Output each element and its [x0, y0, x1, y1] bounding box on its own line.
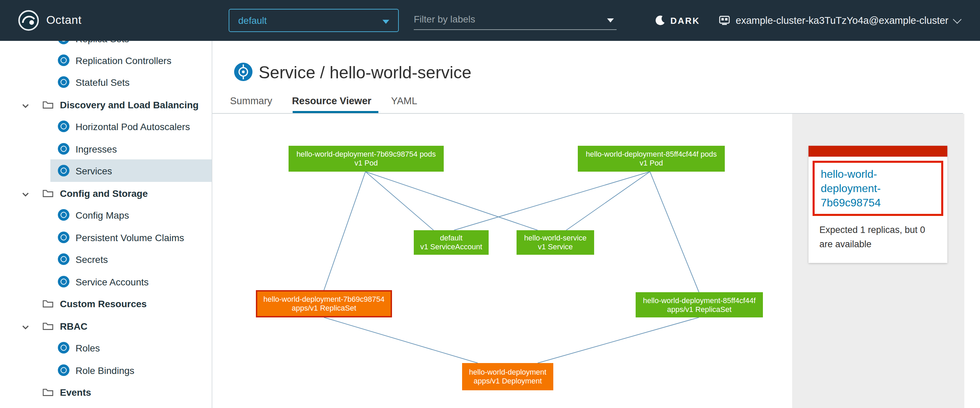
- folder-icon: [42, 188, 54, 198]
- graph-node-service-hello-world[interactable]: hello-world-service v1 Service: [517, 230, 594, 255]
- sidebar-section-discovery-and-load-balancing[interactable]: Discovery and Load Balancing: [0, 95, 212, 115]
- graph-edge: [366, 172, 434, 230]
- sidebar-section-events[interactable]: Events: [0, 382, 212, 402]
- replication-controllers-icon: [58, 54, 69, 66]
- sidebar-item-secrets[interactable]: Secrets: [0, 249, 212, 269]
- chevron-down-icon: [953, 14, 961, 23]
- sidebar-nav: Replica Sets Replication Controllers Sta…: [0, 41, 212, 408]
- namespace-value: default: [238, 15, 267, 26]
- sidebar-item-persistent-volume-claims[interactable]: Persistent Volume Claims: [0, 228, 212, 247]
- label-filter-input[interactable]: [414, 10, 598, 29]
- sidebar-item-roles[interactable]: Roles: [0, 338, 212, 358]
- sidebar-section-custom-resources[interactable]: Custom Resources: [0, 293, 212, 313]
- card-status-bar: [808, 146, 947, 157]
- theme-toggle-label: DARK: [670, 15, 700, 26]
- label-filter: [414, 10, 617, 30]
- sidebar-section-config-and-storage[interactable]: Config and Storage: [0, 183, 212, 203]
- chevron-down-icon: [382, 20, 389, 24]
- service-accounts-icon: [58, 276, 69, 287]
- graph-node-deployment-hello-world[interactable]: hello-world-deployment apps/v1 Deploymen…: [462, 363, 553, 390]
- graph-edge: [324, 317, 478, 363]
- persistent-volume-claims-icon: [58, 231, 69, 243]
- sidebar-item-service-accounts[interactable]: Service Accounts: [0, 272, 212, 292]
- resource-summary-panel: hello-world-deployment-7b69c98754 Expect…: [792, 114, 964, 408]
- cluster-icon: [719, 15, 730, 26]
- chevron-down-icon[interactable]: [21, 99, 30, 111]
- app-title: Octant: [46, 14, 82, 27]
- cluster-selector[interactable]: example-cluster-ka3TuTzYo4a@example-clus…: [719, 12, 960, 29]
- main-content: Service / hello-world-service Summary Re…: [212, 41, 980, 408]
- sidebar-item-replication-controllers[interactable]: Replication Controllers: [0, 50, 212, 70]
- sidebar-item-horizontal-pod-autoscalers[interactable]: Horizontal Pod Autoscalers: [0, 116, 212, 136]
- replica-status-message: Expected 1 replicas, but 0 are available: [819, 223, 937, 251]
- graph-node-replicaset-7b69c98754[interactable]: hello-world-deployment-7b69c98754 apps/v…: [256, 290, 392, 317]
- sidebar-item-config-maps[interactable]: Config Maps: [0, 205, 212, 225]
- graph-edge: [650, 172, 699, 292]
- graph-edge: [366, 172, 538, 230]
- chevron-down-icon: [607, 18, 614, 22]
- folder-icon: [42, 321, 54, 331]
- graph-node-pod-85ff4cf44f[interactable]: hello-world-deployment-85ff4cf44f pods v…: [578, 146, 725, 172]
- app-header: Octant default DARK example-cluster-ka3T…: [0, 0, 980, 41]
- graph-node-serviceaccount-default[interactable]: default v1 ServiceAccount: [414, 230, 488, 255]
- stateful-sets-icon: [58, 76, 69, 88]
- selected-resource-card: hello-world-deployment-7b69c98754 Expect…: [808, 146, 947, 263]
- selected-resource-box: hello-world-deployment-7b69c98754: [813, 161, 943, 216]
- role-bindings-icon: [58, 364, 69, 376]
- theme-toggle-button[interactable]: DARK: [655, 14, 700, 27]
- ingresses-icon: [58, 143, 69, 155]
- sidebar-section-rbac[interactable]: RBAC: [0, 316, 212, 336]
- sidebar-item-ingresses[interactable]: Ingresses: [0, 139, 212, 159]
- graph-edge: [566, 172, 650, 230]
- moon-icon: [655, 15, 666, 26]
- sidebar-item-replica-sets[interactable]: Replica Sets: [0, 41, 212, 48]
- horizontal-pod-autoscalers-icon: [58, 121, 69, 132]
- folder-icon: [42, 387, 54, 397]
- graph-edge: [454, 172, 650, 230]
- sidebar-item-services[interactable]: Services: [0, 161, 212, 180]
- secrets-icon: [58, 253, 69, 265]
- chevron-down-icon[interactable]: [21, 320, 30, 332]
- selected-resource-link[interactable]: hello-world-deployment-7b69c98754: [821, 168, 881, 209]
- cluster-context-label: example-cluster-ka3TuTzYo4a@example-clus…: [736, 15, 948, 26]
- octant-app: Octant default DARK example-cluster-ka3T…: [0, 0, 980, 408]
- sidebar-item-stateful-sets[interactable]: Stateful Sets: [0, 72, 212, 92]
- roles-icon: [58, 342, 69, 354]
- graph-node-replicaset-85ff4cf44f[interactable]: hello-world-deployment-85ff4cf44f apps/v…: [636, 292, 763, 317]
- graph-edges: [212, 41, 792, 408]
- graph-edge: [324, 172, 366, 290]
- replica-sets-icon: [58, 41, 69, 44]
- chevron-down-icon[interactable]: [21, 187, 30, 199]
- graph-edge: [538, 317, 699, 363]
- namespace-dropdown[interactable]: default: [229, 9, 399, 32]
- graph-node-pod-7b69c98754[interactable]: hello-world-deployment-7b69c98754 pods v…: [288, 146, 444, 172]
- folder-icon: [42, 100, 54, 109]
- services-icon: [58, 165, 69, 177]
- config-maps-icon: [58, 209, 69, 221]
- octant-logo-icon: [18, 10, 40, 31]
- sidebar-item-role-bindings[interactable]: Role Bindings: [0, 360, 212, 380]
- folder-icon: [42, 299, 54, 308]
